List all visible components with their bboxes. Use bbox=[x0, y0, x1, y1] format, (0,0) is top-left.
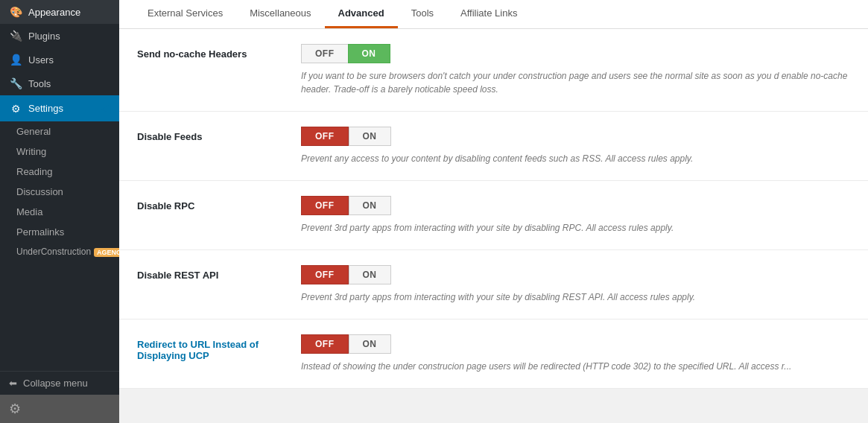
tab-tools[interactable]: Tools bbox=[398, 0, 447, 28]
toggle-off-redirect-url[interactable]: OFF bbox=[301, 334, 349, 354]
sidebar-item-plugins[interactable]: 🔌 Plugins bbox=[0, 24, 119, 48]
setting-desc-redirect-url: Instead of showing the under construcion… bbox=[301, 360, 850, 373]
sidebar-sub-item-discussion[interactable]: Discussion bbox=[0, 182, 119, 202]
sidebar-sub-label: Permalinks bbox=[16, 226, 64, 238]
sidebar-nav-items: 🎨 Appearance 🔌 Plugins 👤 Users 🔧 Tools ⚙… bbox=[0, 0, 119, 121]
setting-desc-disable-rest-api: Prevent 3rd party apps from interacting … bbox=[301, 290, 850, 304]
sidebar: 🎨 Appearance 🔌 Plugins 👤 Users 🔧 Tools ⚙… bbox=[0, 0, 119, 423]
collapse-label: Collapse menu bbox=[23, 378, 88, 389]
plugin-badge: Agency bbox=[94, 248, 119, 257]
plugins-icon: 🔌 bbox=[9, 30, 22, 42]
settings-row-disable-feeds: Disable Feeds OFF ON Prevent any access … bbox=[119, 112, 868, 181]
settings-row-redirect-url: Redirect to URL Instead of Displaying UC… bbox=[119, 319, 868, 389]
settings-icon: ⚙ bbox=[9, 103, 22, 115]
toggle-off-disable-feeds[interactable]: OFF bbox=[301, 127, 349, 146]
tab-external-services[interactable]: External Services bbox=[134, 0, 236, 28]
tab-advanced[interactable]: Advanced bbox=[325, 0, 398, 28]
setting-control-disable-feeds: OFF ON Prevent any access to your conten… bbox=[301, 127, 850, 165]
toggle-group-disable-rest-api: OFF ON bbox=[301, 265, 850, 284]
sidebar-sub-label: Media bbox=[16, 206, 42, 217]
toggle-off-disable-rest-api[interactable]: OFF bbox=[301, 265, 349, 284]
tab-miscellaneous[interactable]: Miscellaneous bbox=[236, 0, 324, 28]
tools-icon: 🔧 bbox=[9, 77, 22, 89]
main-content: External Services Miscellaneous Advanced… bbox=[119, 0, 868, 423]
sidebar-sub-item-writing[interactable]: Writing bbox=[0, 141, 119, 162]
setting-label-disable-rpc: Disable RPC bbox=[137, 196, 301, 212]
toggle-group-redirect-url: OFF ON bbox=[301, 334, 850, 354]
setting-label-disable-feeds: Disable Feeds bbox=[137, 127, 301, 142]
settings-content: Send no-cache Headers OFF ON If you want… bbox=[119, 29, 868, 423]
sidebar-item-label: Tools bbox=[28, 78, 51, 89]
sidebar-sub-item-permalinks[interactable]: Permalinks bbox=[0, 222, 119, 242]
sidebar-plugin-underconstruction[interactable]: UnderConstructionAgency bbox=[0, 242, 119, 261]
tab-affiliate-links[interactable]: Affiliate Links bbox=[447, 0, 530, 28]
sidebar-sub-label: General bbox=[16, 126, 51, 137]
settings-row-no-cache: Send no-cache Headers OFF ON If you want… bbox=[119, 29, 868, 112]
settings-row-disable-rpc: Disable RPC OFF ON Prevent 3rd party app… bbox=[119, 181, 868, 250]
setting-label-disable-rest-api: Disable REST API bbox=[137, 265, 301, 281]
setting-desc-no-cache: If you want to be sure browsers don't ca… bbox=[301, 69, 850, 96]
sidebar-arrow-icon: ◀ bbox=[101, 101, 110, 115]
sidebar-bottom-bar: ⚙ bbox=[0, 395, 119, 423]
toggle-group-disable-feeds: OFF ON bbox=[301, 127, 850, 146]
sidebar-sub-item-general[interactable]: General bbox=[0, 121, 119, 141]
setting-label-redirect-url: Redirect to URL Instead of Displaying UC… bbox=[137, 334, 301, 361]
toggle-off-disable-rpc[interactable]: OFF bbox=[301, 196, 349, 215]
sidebar-sub-items: General Writing Reading Discussion Media… bbox=[0, 121, 119, 371]
gear-icon: ⚙ bbox=[9, 401, 21, 417]
sidebar-item-label: Settings bbox=[28, 103, 63, 114]
sidebar-item-label: Users bbox=[28, 54, 54, 66]
settings-row-disable-rest-api: Disable REST API OFF ON Prevent 3rd part… bbox=[119, 250, 868, 319]
toggle-group-no-cache: OFF ON bbox=[301, 44, 850, 63]
sidebar-sub-item-media[interactable]: Media bbox=[0, 202, 119, 222]
sidebar-sub-label: Discussion bbox=[16, 186, 63, 197]
sidebar-item-appearance[interactable]: 🎨 Appearance bbox=[0, 0, 119, 24]
plugin-label: UnderConstruction bbox=[16, 247, 91, 257]
toggle-off-no-cache[interactable]: OFF bbox=[301, 44, 348, 63]
tab-bar: External Services Miscellaneous Advanced… bbox=[119, 0, 868, 29]
setting-control-disable-rest-api: OFF ON Prevent 3rd party apps from inter… bbox=[301, 265, 850, 304]
appearance-icon: 🎨 bbox=[9, 6, 22, 18]
sidebar-collapse-button[interactable]: ⬅ Collapse menu bbox=[0, 371, 119, 395]
setting-control-no-cache: OFF ON If you want to be sure browsers d… bbox=[301, 44, 850, 96]
sidebar-sub-item-reading[interactable]: Reading bbox=[0, 162, 119, 182]
toggle-on-disable-rpc[interactable]: ON bbox=[349, 196, 391, 215]
sidebar-sub-label: Writing bbox=[16, 146, 46, 157]
setting-desc-disable-rpc: Prevent 3rd party apps from interacting … bbox=[301, 221, 850, 235]
setting-label-no-cache: Send no-cache Headers bbox=[137, 44, 301, 60]
collapse-icon: ⬅ bbox=[9, 378, 17, 389]
setting-control-disable-rpc: OFF ON Prevent 3rd party apps from inter… bbox=[301, 196, 850, 235]
setting-desc-disable-feeds: Prevent any access to your content by di… bbox=[301, 152, 850, 165]
sidebar-sub-label: Reading bbox=[16, 166, 52, 177]
sidebar-item-tools[interactable]: 🔧 Tools bbox=[0, 71, 119, 95]
users-icon: 👤 bbox=[9, 54, 22, 66]
sidebar-item-label: Appearance bbox=[28, 7, 80, 18]
toggle-on-redirect-url[interactable]: ON bbox=[349, 334, 391, 354]
sidebar-item-settings[interactable]: ⚙ Settings ◀ bbox=[0, 95, 119, 121]
sidebar-item-users[interactable]: 👤 Users bbox=[0, 48, 119, 71]
toggle-on-disable-rest-api[interactable]: ON bbox=[349, 265, 391, 284]
toggle-on-disable-feeds[interactable]: ON bbox=[349, 127, 391, 146]
toggle-group-disable-rpc: OFF ON bbox=[301, 196, 850, 215]
setting-control-redirect-url: OFF ON Instead of showing the under cons… bbox=[301, 334, 850, 373]
sidebar-item-label: Plugins bbox=[28, 31, 60, 42]
toggle-on-no-cache[interactable]: ON bbox=[348, 44, 390, 63]
